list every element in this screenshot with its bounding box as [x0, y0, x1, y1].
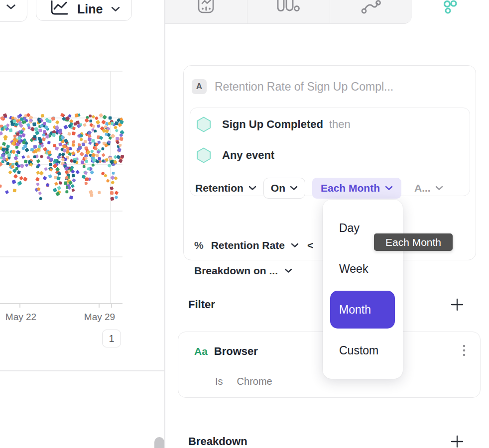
chevron-down-icon — [290, 186, 298, 191]
property-type-icon: Aa — [194, 345, 208, 357]
scatter-points — [0, 113, 124, 201]
chevron-down-icon — [111, 6, 120, 12]
event-suffix: then — [329, 118, 351, 131]
interval-dropdown-button[interactable]: Each Month — [312, 178, 401, 199]
filter-operator[interactable]: Is — [215, 376, 223, 387]
filter-condition-row[interactable]: Is Chrome — [215, 376, 272, 387]
filter-value[interactable]: Chrome — [237, 376, 272, 387]
event-row[interactable]: Any event — [196, 147, 470, 164]
chevron-down-icon — [248, 186, 256, 191]
tab-bars[interactable] — [247, 0, 330, 23]
filter-title: Filter — [188, 298, 215, 311]
interval-menu: Day Week Month Custom — [323, 200, 403, 379]
pagination-badge[interactable]: 1 — [102, 330, 121, 347]
chevron-down-icon — [291, 243, 299, 248]
breakdown-title: Breakdown — [188, 435, 247, 448]
event-hexagon-icon — [196, 116, 211, 132]
event-name: Sign Up Completed — [222, 118, 323, 131]
filter-property-name: Browser — [214, 345, 258, 358]
x-tick-may-22: May 22 — [3, 312, 38, 323]
chart-type-label: Line — [77, 2, 103, 16]
chart-type-button[interactable]: Line — [36, 0, 132, 21]
chevron-down-icon — [284, 268, 292, 273]
menu-item-custom[interactable]: Custom — [323, 330, 403, 371]
menu-item-week[interactable]: Week — [323, 248, 403, 289]
query-header: A Retention Rate of Sign Up Compl... — [192, 79, 467, 94]
measure-dropdown[interactable]: Retention Rate — [211, 239, 299, 251]
tab-scatter-dots-active[interactable] — [440, 0, 459, 15]
tab-mini-chart[interactable] — [165, 0, 247, 23]
flow-icon — [361, 0, 381, 14]
line-chart-icon — [49, 0, 69, 15]
series-badge: A — [192, 79, 207, 94]
tooltip-text: Each Month — [385, 236, 441, 248]
query-title[interactable]: Retention Rate of Sign Up Compl... — [215, 80, 393, 94]
event-name: Any event — [222, 149, 274, 162]
tab-flow[interactable] — [330, 0, 412, 23]
interval-tooltip: Each Month — [374, 233, 453, 251]
mini-chart-icon — [198, 0, 215, 14]
chevron-down-icon — [6, 4, 16, 10]
filter-property-row[interactable]: Aa Browser — [194, 345, 258, 358]
scrollbar-thumb[interactable] — [154, 437, 164, 448]
x-tick-may-29: May 29 — [82, 312, 117, 323]
retention-dropdown[interactable]: Retention — [195, 182, 256, 194]
retention-controls-row: Retention On Each Month A... — [196, 178, 470, 199]
menu-item-month[interactable]: Month — [323, 289, 403, 330]
add-filter-plus-icon[interactable] — [451, 298, 464, 311]
chevron-down-icon — [435, 186, 443, 191]
kebab-menu-icon[interactable] — [462, 344, 466, 359]
event-row[interactable]: Sign Up Completed then — [196, 116, 470, 133]
collapsed-dropdown-button[interactable] — [0, 0, 27, 22]
panel-divider — [164, 0, 165, 448]
breakdown-section-header: Breakdown — [188, 434, 464, 448]
event-hexagon-icon — [196, 147, 211, 163]
operator-label[interactable]: < — [307, 239, 313, 251]
left-panel-divider — [0, 370, 164, 371]
view-tab-strip — [165, 0, 412, 24]
on-dropdown-button[interactable]: On — [263, 178, 305, 199]
event-definition-card: Sign Up Completed then Any event Retenti… — [190, 108, 470, 196]
actives-dropdown[interactable]: A... — [414, 182, 443, 194]
percent-icon: % — [194, 239, 204, 251]
add-breakdown-plus-icon[interactable] — [451, 435, 464, 448]
bars-icon — [276, 1, 300, 14]
chevron-down-icon — [385, 186, 393, 191]
